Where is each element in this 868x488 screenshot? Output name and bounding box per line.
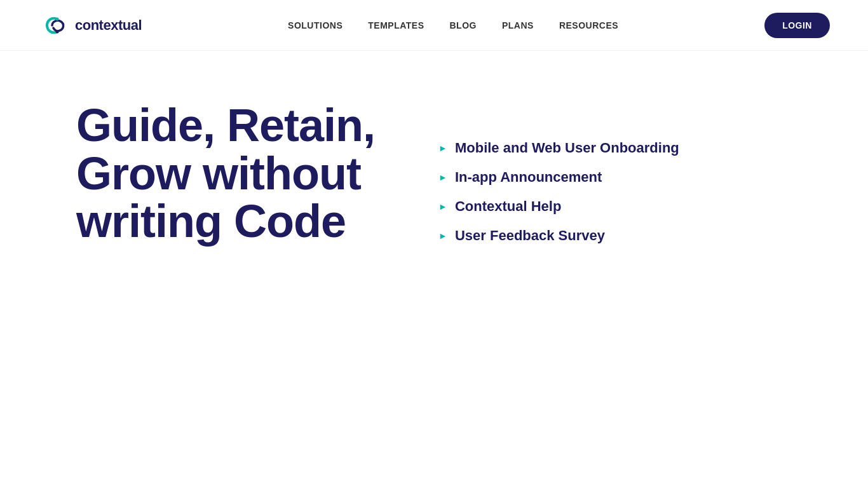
- nav-item-blog[interactable]: BLOG: [450, 20, 477, 31]
- hero-features-block: ► Mobile and Web User Onboarding ► In-ap…: [438, 102, 830, 244]
- chevron-right-icon: ►: [438, 143, 447, 153]
- hero-section: Guide, Retain, Grow without writing Code…: [0, 51, 868, 483]
- nav-item-resources[interactable]: RESOURCES: [559, 20, 618, 31]
- navbar: contextual SOLUTIONS TEMPLATES BLOG PLAN…: [0, 0, 868, 51]
- nav-item-templates[interactable]: TEMPLATES: [368, 20, 424, 31]
- hero-heading: Guide, Retain, Grow without writing Code: [76, 102, 375, 246]
- hero-heading-line1: Guide, Retain,: [76, 100, 375, 151]
- hero-heading-block: Guide, Retain, Grow without writing Code: [76, 102, 375, 246]
- list-item[interactable]: ► User Feedback Survey: [438, 227, 830, 244]
- hero-heading-line2: Grow without: [76, 148, 361, 199]
- nav-link-resources[interactable]: RESOURCES: [559, 20, 618, 30]
- chevron-right-icon: ►: [438, 231, 447, 241]
- list-item[interactable]: ► Mobile and Web User Onboarding: [438, 140, 830, 156]
- nav-link-templates[interactable]: TEMPLATES: [368, 20, 424, 30]
- feature-link-survey[interactable]: User Feedback Survey: [455, 227, 605, 244]
- nav-link-plans[interactable]: PLANS: [502, 20, 534, 30]
- nav-link-solutions[interactable]: SOLUTIONS: [288, 20, 342, 30]
- nav-links: SOLUTIONS TEMPLATES BLOG PLANS RESOURCES: [288, 20, 618, 31]
- feature-link-contextual-help[interactable]: Contextual Help: [455, 198, 561, 215]
- svg-point-0: [56, 17, 59, 20]
- nav-item-plans[interactable]: PLANS: [502, 20, 534, 31]
- logo-icon: [38, 14, 69, 37]
- feature-link-onboarding[interactable]: Mobile and Web User Onboarding: [455, 140, 679, 156]
- svg-point-1: [56, 30, 59, 33]
- list-item[interactable]: ► In-app Announcement: [438, 169, 830, 186]
- chevron-right-icon: ►: [438, 172, 447, 182]
- feature-link-announcement[interactable]: In-app Announcement: [455, 169, 602, 186]
- hero-heading-line3: writing Code: [76, 196, 346, 247]
- list-item[interactable]: ► Contextual Help: [438, 198, 830, 215]
- login-button[interactable]: LOGIN: [764, 13, 830, 38]
- feature-list: ► Mobile and Web User Onboarding ► In-ap…: [438, 140, 830, 244]
- nav-item-solutions[interactable]: SOLUTIONS: [288, 20, 342, 31]
- chevron-right-icon: ►: [438, 201, 447, 212]
- logo-text: contextual: [75, 17, 142, 34]
- logo[interactable]: contextual: [38, 14, 142, 37]
- nav-link-blog[interactable]: BLOG: [450, 20, 477, 30]
